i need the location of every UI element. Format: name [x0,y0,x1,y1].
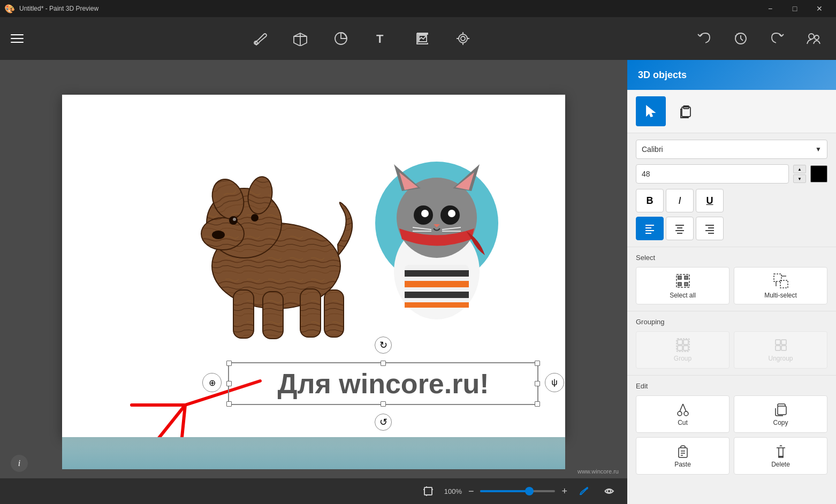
canvas-tool[interactable] [411,27,434,50]
svg-rect-66 [678,340,682,345]
font-size-down[interactable]: ▼ [793,174,806,183]
underline-button[interactable]: U [696,189,724,212]
hamburger-line-2 [11,38,24,39]
align-center-icon [674,223,686,234]
handle-middle-right[interactable] [535,381,540,386]
side-handle-right[interactable]: ψ [545,373,564,392]
svg-point-4 [461,36,465,41]
handle-bottom-right[interactable] [535,401,540,407]
text-object[interactable]: ↻ ⊕ ψ ↺ Для wincore.ru! [228,362,538,405]
paste-icon-edit [675,444,690,459]
bold-button[interactable]: B [636,189,664,212]
paste-button[interactable]: Paste [636,437,729,475]
zoom-thumb[interactable] [525,487,534,495]
handle-top-right[interactable] [535,361,540,366]
group-button[interactable]: Group [636,331,729,369]
eye-button[interactable] [599,482,619,501]
titlebar-controls: − □ ✕ [758,0,832,17]
italic-button[interactable]: I [666,189,694,212]
svg-rect-70 [677,339,689,352]
canvas-floor [62,437,565,469]
font-section: Calibri ▼ ▲ ▼ B I U [627,133,836,247]
text-tool[interactable]: T [370,27,393,50]
panel-header: 3D objects [627,60,836,90]
select-section-title: Select [636,254,827,262]
ungroup-button[interactable]: Ungroup [734,331,827,369]
cut-button[interactable]: Cut [636,395,729,433]
info-button[interactable]: i [11,455,28,472]
align-left-button[interactable] [636,217,664,240]
svg-rect-77 [778,406,786,415]
effects-tool[interactable] [451,27,475,50]
svg-point-31 [421,210,429,217]
ungroup-label: Ungroup [768,355,793,362]
multi-select-icon [772,272,789,289]
stickers-tool[interactable] [329,27,353,50]
maximize-button[interactable]: □ [782,0,807,17]
paste-tool[interactable] [670,96,700,126]
zoom-plus[interactable]: + [561,486,567,496]
align-row [636,217,827,240]
select-arrow-tool[interactable] [636,96,666,126]
edit-grid: Cut Copy Paste [636,395,827,475]
pen-mode-button[interactable] [574,482,593,501]
select-all-label: Select all [670,292,696,299]
minimize-button[interactable]: − [758,0,782,17]
hamburger-menu[interactable] [11,29,30,48]
copy-button[interactable]: Copy [734,395,827,433]
rotate-handle-bottom[interactable]: ↺ [375,414,392,431]
brushes-tool[interactable] [248,27,271,50]
svg-point-75 [678,411,682,416]
side-handle-left[interactable]: ⊕ [202,373,222,392]
svg-rect-79 [779,456,783,457]
svg-rect-61 [685,276,688,279]
undo-button[interactable] [693,27,716,50]
handle-middle-left[interactable] [226,381,232,386]
zoom-minus[interactable]: − [468,486,474,496]
titlebar-title-area: 🎨 Untitled* - Paint 3D Preview [4,4,98,14]
align-right-button[interactable] [696,217,724,240]
history-button[interactable] [729,27,753,50]
panel-tools [627,90,836,133]
3d-shapes-tool[interactable] [288,27,312,50]
redo-button[interactable] [765,27,789,50]
handle-bottom-middle[interactable] [381,401,386,407]
svg-rect-40 [405,281,469,287]
grouping-title: Grouping [636,318,827,326]
delete-icon [773,444,788,459]
font-size-input[interactable] [636,164,789,184]
zoom-label: 100% [444,487,462,495]
cat-sticker[interactable] [373,148,501,319]
handle-bottom-left[interactable] [226,401,232,407]
svg-rect-72 [781,340,786,345]
history-icon [733,31,748,46]
handle-top-middle[interactable] [381,361,386,366]
color-swatch[interactable] [810,165,827,182]
svg-point-19 [251,214,259,222]
select-all-button[interactable]: Select all [636,267,729,304]
svg-rect-42 [405,302,469,308]
crop-button[interactable] [419,482,438,501]
zoom-slider[interactable] [480,490,555,492]
canvas-board[interactable]: ↻ ⊕ ψ ↺ Для wincore.ru! [62,95,565,437]
delete-button[interactable]: Delete [734,437,827,475]
font-size-arrows: ▲ ▼ [793,165,806,183]
canvas-area: ↻ ⊕ ψ ↺ Для wincore.ru! [0,60,627,504]
select-arrow-icon [643,104,658,119]
account-button[interactable] [802,27,825,50]
font-selector[interactable]: Calibri ▼ [636,140,827,159]
align-center-button[interactable] [666,217,694,240]
dog-object[interactable] [180,148,373,352]
handle-top-left[interactable] [226,361,232,366]
svg-rect-39 [405,270,469,277]
font-size-up[interactable]: ▲ [793,165,806,173]
ungroup-icon [773,338,788,353]
close-button[interactable]: ✕ [807,0,832,17]
rotate-handle-top[interactable]: ↻ [375,337,392,354]
svg-rect-65 [780,280,788,288]
multi-select-button[interactable]: Multi-select [734,267,827,304]
cut-icon [675,402,690,417]
svg-rect-14 [233,290,254,338]
edit-title: Edit [636,382,827,390]
paste-icon [678,104,693,119]
